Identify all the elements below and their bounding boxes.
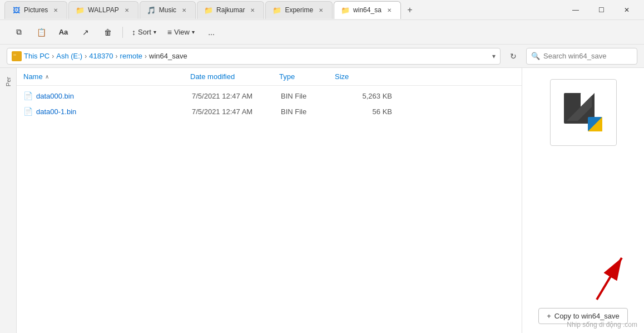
view-label: View xyxy=(174,28,190,36)
breadcrumb-sep-1: › xyxy=(52,52,54,60)
rename-icon: Aa xyxy=(59,28,68,36)
right-panel: + Copy to win64_save Nhip sống di động .… xyxy=(522,68,644,333)
refresh-button[interactable]: ↻ xyxy=(505,48,522,65)
column-type[interactable]: Type xyxy=(279,72,335,81)
copy-icon: ⧉ xyxy=(16,27,22,37)
column-type-label: Type xyxy=(279,72,295,81)
toolbar: ⧉ 📋 Aa ↗ 🗑 ↕ Sort ▾ ≡ View ▾ ... xyxy=(0,20,644,45)
amd-svg-icon xyxy=(561,90,606,135)
sort-label: Sort xyxy=(138,28,151,36)
watermark-text: Nhip sống di động .com xyxy=(567,321,637,329)
tab-rajkumar[interactable]: 📁 Rajkumar ✕ xyxy=(197,1,264,19)
tab-win64save[interactable]: 📁 win64_sa ✕ xyxy=(334,1,401,19)
sort-chevron-icon: ▾ xyxy=(153,29,156,35)
main-content: Name ∧ Date modified Type Size 📄 data000… xyxy=(17,68,522,333)
file-type-1: BIN File xyxy=(281,92,336,100)
folder-icon-experime: 📁 xyxy=(273,6,281,14)
address-bar: This PC › Ash (E:) › 418370 › remote › w… xyxy=(0,45,644,68)
close-button[interactable]: ✕ xyxy=(614,1,640,19)
delete-icon: 🗑 xyxy=(104,28,112,37)
file-name-1: data000.bin xyxy=(36,92,192,100)
add-tab-icon: + xyxy=(407,5,412,15)
folder-icon-win64save: 📁 xyxy=(341,6,350,14)
view-icon: ≡ xyxy=(167,28,172,37)
tab-pictures-label: Pictures xyxy=(24,6,48,14)
tab-music[interactable]: 🎵 Music ✕ xyxy=(140,1,196,19)
file-type-2: BIN File xyxy=(281,107,336,116)
tab-experime[interactable]: 📁 Experime ✕ xyxy=(265,1,333,19)
minimize-button[interactable]: — xyxy=(563,1,588,19)
breadcrumb-win64save: win64_save xyxy=(149,52,187,60)
folder-icon-rajkumar: 📁 xyxy=(204,6,213,14)
sidebar: Per xyxy=(0,68,17,333)
refresh-icon: ↻ xyxy=(510,52,517,61)
more-button[interactable]: ... xyxy=(201,23,221,41)
copy-to-plus-icon: + xyxy=(547,312,551,320)
folder-icon-wallpap: 📁 xyxy=(76,6,85,14)
breadcrumb-folder-icon xyxy=(12,51,22,61)
breadcrumb-sep-3: › xyxy=(116,52,118,60)
share-icon: ↗ xyxy=(82,28,89,37)
breadcrumb-thispc[interactable]: This PC xyxy=(24,52,49,60)
paste-button[interactable]: 📋 xyxy=(31,23,51,41)
breadcrumb-418370[interactable]: 418370 xyxy=(89,52,113,60)
content-area: Per Name ∧ Date modified Type Size 📄 xyxy=(0,68,644,333)
tab-pictures[interactable]: 🖼 Pictures ✕ xyxy=(4,1,67,19)
watermark: Nhip sống di động .com xyxy=(567,321,637,329)
share-button[interactable]: ↗ xyxy=(76,23,96,41)
tab-win64save-label: win64_sa xyxy=(353,6,382,14)
tab-experime-close[interactable]: ✕ xyxy=(316,6,325,14)
breadcrumb-dropdown-icon[interactable]: ▾ xyxy=(492,52,496,60)
column-size[interactable]: Size xyxy=(335,72,390,81)
tabs-container: 🖼 Pictures ✕ 📁 WALLPAP ✕ 🎵 Music ✕ 📁 Raj… xyxy=(4,0,558,19)
file-date-1: 7/5/2021 12:47 AM xyxy=(192,92,281,100)
sort-arrow-icon: ∧ xyxy=(45,74,49,80)
file-icon-2: 📄 xyxy=(23,107,33,116)
copy-button[interactable]: ⧉ xyxy=(9,23,29,41)
title-bar: 🖼 Pictures ✕ 📁 WALLPAP ✕ 🎵 Music ✕ 📁 Raj… xyxy=(0,0,644,20)
search-input[interactable] xyxy=(543,52,627,60)
tab-wallpap-close[interactable]: ✕ xyxy=(122,6,131,14)
file-size-2: 56 KB xyxy=(336,107,392,116)
sidebar-label: Per xyxy=(5,77,12,86)
tab-music-close[interactable]: ✕ xyxy=(180,6,189,14)
view-chevron-icon: ▾ xyxy=(192,29,195,35)
file-size-1: 5,263 KB xyxy=(336,92,392,100)
breadcrumb-remote[interactable]: remote xyxy=(120,52,142,60)
add-tab-button[interactable]: + xyxy=(402,2,418,18)
svg-rect-1 xyxy=(13,54,16,56)
column-date-label: Date modified xyxy=(190,72,235,81)
maximize-button[interactable]: ☐ xyxy=(588,1,614,19)
column-name-label: Name xyxy=(23,72,43,81)
search-box[interactable]: 🔍 xyxy=(526,48,637,65)
tab-pictures-close[interactable]: ✕ xyxy=(51,6,60,14)
breadcrumb[interactable]: This PC › Ash (E:) › 418370 › remote › w… xyxy=(7,48,501,65)
sort-icon: ↕ xyxy=(132,28,136,37)
tab-win64save-close[interactable]: ✕ xyxy=(385,6,394,14)
annotation-arrow xyxy=(549,236,638,302)
tab-wallpap[interactable]: 📁 WALLPAP ✕ xyxy=(68,1,138,19)
breadcrumb-sep-4: › xyxy=(145,52,147,60)
music-icon: 🎵 xyxy=(147,6,156,14)
tab-experime-label: Experime xyxy=(285,6,313,14)
delete-button[interactable]: 🗑 xyxy=(98,23,118,41)
svg-line-9 xyxy=(597,258,622,300)
copy-to-label: Copy to win64_save xyxy=(554,312,620,320)
column-name[interactable]: Name ∧ xyxy=(23,72,190,81)
more-icon: ... xyxy=(208,28,215,37)
window-controls: — ☐ ✕ xyxy=(563,1,640,19)
tab-rajkumar-close[interactable]: ✕ xyxy=(248,6,257,14)
table-row[interactable]: 📄 data000.bin 7/5/2021 12:47 AM BIN File… xyxy=(17,88,522,104)
file-list-body: 📄 data000.bin 7/5/2021 12:47 AM BIN File… xyxy=(17,86,522,333)
column-date[interactable]: Date modified xyxy=(190,72,279,81)
sort-button[interactable]: ↕ Sort ▾ xyxy=(127,23,161,41)
view-button[interactable]: ≡ View ▾ xyxy=(163,23,199,41)
table-row[interactable]: 📄 data00-1.bin 7/5/2021 12:47 AM BIN Fil… xyxy=(17,104,522,119)
file-icon-1: 📄 xyxy=(23,91,33,100)
rename-button[interactable]: Aa xyxy=(53,23,73,41)
pictures-icon: 🖼 xyxy=(12,6,21,14)
tab-rajkumar-label: Rajkumar xyxy=(216,6,245,14)
breadcrumb-ash[interactable]: Ash (E:) xyxy=(56,52,82,60)
file-preview-icon xyxy=(550,79,617,146)
paste-icon: 📋 xyxy=(37,28,46,37)
